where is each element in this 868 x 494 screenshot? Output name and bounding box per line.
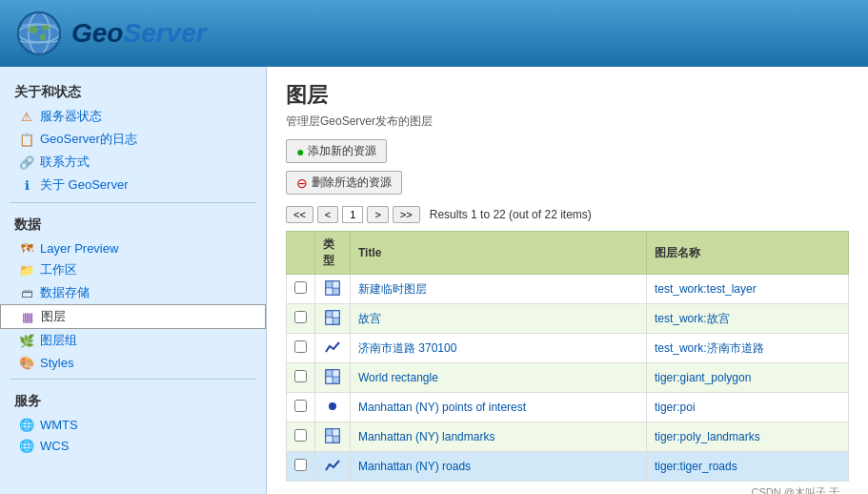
row-checkbox[interactable]: [294, 459, 307, 471]
row-checkbox[interactable]: [294, 311, 307, 323]
row-title-cell[interactable]: Manhattan (NY) landmarks: [351, 422, 647, 452]
sidebar-item-contact[interactable]: 🔗 联系方式: [0, 151, 266, 174]
row-checkbox-cell: [287, 422, 315, 452]
workspace-icon: 📁: [19, 262, 34, 278]
row-checkbox-cell: [287, 304, 315, 334]
row-checkbox[interactable]: [294, 400, 307, 412]
row-title-cell[interactable]: 故宫: [351, 304, 647, 334]
svg-point-6: [40, 33, 46, 41]
section-title-services: 服务: [0, 385, 266, 414]
svg-point-4: [29, 26, 38, 33]
sidebar-item-wmts[interactable]: 🌐 WMTS: [0, 414, 266, 435]
sidebar-item-styles[interactable]: 🎨 Styles: [0, 352, 266, 373]
sidebar-item-about[interactable]: ℹ 关于 GeoServer: [0, 174, 266, 196]
sidebar-item-layer-groups[interactable]: 🌿 图层组: [0, 329, 266, 352]
pagination: << < 1 > >> Results 1 to 22 (out of 22 i…: [286, 206, 849, 223]
row-name-cell[interactable]: tiger:giant_polygon: [646, 363, 848, 393]
log-icon: 📋: [19, 132, 34, 147]
row-checkbox-cell: [287, 275, 315, 304]
row-name-cell[interactable]: tiger:poi: [646, 393, 848, 422]
logo-container: GeoServer: [14, 9, 207, 58]
svg-rect-15: [326, 318, 333, 324]
type-icon: [323, 456, 342, 475]
row-title-cell[interactable]: World rectangle: [351, 363, 647, 393]
sidebar-item-server-status[interactable]: ⚠ 服务器状态: [0, 105, 266, 128]
row-name-cell[interactable]: test_work:故宫: [646, 304, 848, 334]
row-type-cell: [315, 452, 351, 482]
divider-1: [10, 202, 256, 203]
table-row: Manhattan (NY) points of interest tiger:…: [287, 393, 849, 422]
svg-rect-11: [333, 281, 339, 288]
table-row: Manhattan (NY) roads tiger:tiger_roads: [287, 452, 849, 482]
svg-rect-10: [326, 288, 333, 295]
divider-2: [10, 379, 256, 380]
svg-point-22: [329, 402, 336, 410]
remove-resource-button[interactable]: ⊖ 删除所选的资源: [286, 171, 402, 195]
sidebar-item-workspaces[interactable]: 📁 工作区: [0, 258, 266, 281]
table-row: 新建临时图层 test_work:test_layer: [287, 275, 849, 304]
type-icon: [323, 278, 342, 298]
row-name-cell[interactable]: test_work:test_layer: [646, 275, 848, 304]
wmts-icon: 🌐: [19, 417, 34, 432]
svg-rect-26: [326, 436, 333, 443]
table-row: Manhattan (NY) landmarks tiger:poly_land…: [287, 422, 849, 452]
row-checkbox[interactable]: [294, 281, 307, 294]
sidebar-item-layer-preview[interactable]: 🗺 Layer Preview: [0, 237, 266, 258]
row-title-cell[interactable]: 济南市道路 370100: [351, 334, 647, 363]
row-checkbox-cell: [287, 393, 315, 422]
svg-rect-16: [333, 311, 339, 318]
pagination-info: Results 1 to 22 (out of 22 items): [430, 208, 592, 221]
row-checkbox[interactable]: [294, 429, 307, 442]
svg-rect-18: [326, 370, 333, 377]
svg-rect-19: [333, 377, 339, 383]
sidebar-item-geoserver-log[interactable]: 📋 GeoServer的日志: [0, 128, 266, 151]
network-icon: 🔗: [19, 154, 34, 170]
row-type-cell: [315, 363, 351, 393]
next-page-button[interactable]: >: [367, 206, 388, 223]
svg-rect-27: [333, 429, 339, 436]
store-icon: 🗃: [19, 285, 34, 300]
svg-rect-13: [326, 311, 333, 318]
col-checkbox: [287, 232, 315, 275]
header: GeoServer: [0, 0, 868, 67]
table-row: 济南市道路 370100 test_work:济南市道路: [287, 334, 849, 363]
row-title-cell[interactable]: Manhattan (NY) roads: [351, 452, 647, 482]
watermark: CSDN @木叫子 于: [286, 485, 849, 494]
row-title-cell[interactable]: 新建临时图层: [351, 275, 647, 304]
row-name-cell[interactable]: tiger:tiger_roads: [646, 452, 848, 482]
info-icon: ℹ: [19, 177, 34, 193]
last-page-button[interactable]: >>: [393, 206, 420, 223]
svg-rect-21: [333, 370, 339, 377]
row-checkbox[interactable]: [294, 340, 307, 353]
first-page-button[interactable]: <<: [286, 206, 313, 223]
section-title-data: 数据: [0, 209, 266, 237]
page-subtitle: 管理层GeoServer发布的图层: [286, 113, 849, 130]
sidebar-item-wcs[interactable]: 🌐 WCS: [0, 435, 266, 456]
table-row: World rectangle tiger:giant_polygon: [287, 363, 849, 393]
row-type-cell: [315, 393, 351, 422]
preview-icon: 🗺: [19, 240, 34, 256]
section-title-about: 关于和状态: [0, 76, 266, 105]
layer-icon: ▦: [20, 309, 35, 324]
row-checkbox-cell: [287, 452, 315, 482]
svg-rect-8: [326, 281, 333, 288]
logo-text: GeoServer: [71, 18, 207, 49]
svg-rect-14: [333, 318, 339, 324]
type-icon: [323, 397, 342, 416]
svg-rect-25: [333, 436, 339, 443]
row-type-cell: [315, 275, 351, 304]
row-checkbox[interactable]: [294, 370, 307, 382]
add-resource-button[interactable]: ● 添加新的资源: [286, 139, 387, 163]
row-name-cell[interactable]: test_work:济南市道路: [646, 334, 848, 363]
prev-page-button[interactable]: <: [317, 206, 338, 223]
svg-rect-24: [326, 429, 333, 436]
current-page: 1: [342, 206, 363, 223]
wcs-icon: 🌐: [19, 438, 34, 453]
col-name: 图层名称: [646, 232, 848, 275]
sidebar-item-layers[interactable]: ▦ 图层: [0, 304, 266, 329]
sidebar-item-data-stores[interactable]: 🗃 数据存储: [0, 281, 266, 304]
row-title-cell[interactable]: Manhattan (NY) points of interest: [351, 393, 647, 422]
row-type-cell: [315, 334, 351, 363]
row-name-cell[interactable]: tiger:poly_landmarks: [646, 422, 848, 452]
table-row: 故宫 test_work:故宫: [287, 304, 849, 334]
